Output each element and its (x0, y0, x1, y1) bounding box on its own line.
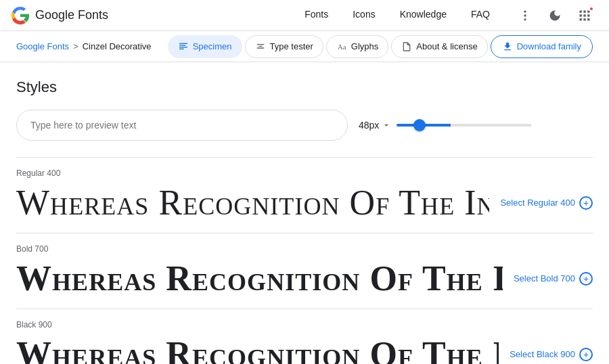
dark-mode-button[interactable] (541, 2, 568, 29)
breadcrumb-current: Cinzel Decorative (83, 41, 152, 51)
tab-about[interactable]: About & license (391, 35, 487, 58)
preview-controls: 48px (16, 110, 593, 141)
svg-rect-11 (587, 18, 589, 20)
nav-faq[interactable]: FAQ (460, 0, 501, 31)
select-bold-button[interactable]: Select Bold 700 + (514, 272, 593, 286)
size-display[interactable]: 48px (359, 120, 391, 131)
styles-container: Regular 400 Whereas Recognition Of The I… (16, 157, 593, 364)
chevron-down-icon (382, 120, 391, 130)
style-preview-regular: Whereas Recognition Of The Inhere Select… (16, 183, 593, 222)
glyphs-icon: Aa (336, 41, 347, 52)
specimen-icon (178, 41, 189, 52)
style-text-regular: Whereas Recognition Of The Inhere (16, 183, 489, 222)
style-text-black: Whereas Recognition Of The Inh (16, 335, 499, 364)
svg-rect-15 (179, 48, 184, 49)
svg-rect-7 (583, 14, 585, 16)
tab-specimen[interactable]: Specimen (168, 35, 242, 58)
download-family-button[interactable]: Download family (491, 35, 593, 58)
svg-point-0 (524, 10, 526, 12)
svg-rect-12 (179, 43, 187, 43)
apps-button[interactable] (571, 2, 598, 29)
svg-text:Aa: Aa (338, 43, 346, 51)
page-title: Styles (16, 78, 593, 96)
apps-wrapper (571, 2, 598, 29)
svg-rect-14 (179, 47, 187, 47)
select-regular-circle: + (579, 196, 593, 210)
preview-text-input[interactable] (16, 110, 348, 141)
download-icon (502, 41, 513, 52)
svg-rect-10 (583, 18, 585, 20)
notification-dot (589, 6, 594, 12)
style-label-regular: Regular 400 (16, 168, 593, 178)
breadcrumb-separator: > (73, 41, 78, 51)
style-row-bold: Bold 700 Whereas Recognition Of The Inhe… (16, 233, 593, 309)
logo-area: Google Fonts (11, 6, 108, 25)
svg-rect-4 (583, 10, 585, 12)
style-label-bold: Bold 700 (16, 244, 593, 254)
tab-type-tester[interactable]: Type tester (245, 35, 323, 58)
type-tester-icon (255, 41, 266, 52)
style-row-regular: Regular 400 Whereas Recognition Of The I… (16, 157, 593, 233)
font-size-slider[interactable] (397, 124, 532, 127)
more-options-button[interactable] (512, 2, 539, 29)
about-icon (401, 41, 412, 52)
style-text-bold: Whereas Recognition Of The Inher (16, 259, 503, 298)
breadcrumb-parent[interactable]: Google Fonts (16, 41, 69, 51)
breadcrumb-bar: Google Fonts > Cinzel Decorative Specime… (0, 31, 609, 62)
size-control: 48px (359, 120, 532, 131)
svg-rect-9 (580, 18, 582, 20)
nav-links: Fonts Icons Knowledge FAQ (294, 0, 501, 31)
style-preview-black: Whereas Recognition Of The Inh Select Bl… (16, 335, 593, 364)
nav-icons-group (512, 2, 598, 29)
top-nav: Google Fonts Fonts Icons Knowledge FAQ (0, 0, 609, 31)
main-content: Styles 48px Regular 400 Whereas Recognit… (0, 62, 609, 364)
svg-rect-8 (587, 14, 589, 16)
logo-text: Google Fonts (35, 8, 108, 22)
svg-rect-6 (580, 14, 582, 16)
select-black-button[interactable]: Select Black 900 + (510, 348, 593, 361)
google-logo-icon (11, 6, 30, 25)
svg-point-2 (524, 18, 526, 20)
tab-glyphs[interactable]: Aa Glyphs (326, 35, 388, 58)
svg-point-1 (524, 14, 526, 16)
nav-icons[interactable]: Icons (342, 0, 386, 31)
breadcrumb-tabs: Specimen Type tester Aa Glyphs About & l… (168, 35, 593, 58)
style-preview-bold: Whereas Recognition Of The Inher Select … (16, 259, 593, 298)
svg-rect-13 (179, 45, 185, 45)
select-bold-circle: + (579, 272, 593, 286)
style-row-black: Black 900 Whereas Recognition Of The Inh… (16, 309, 593, 364)
nav-fonts[interactable]: Fonts (294, 0, 339, 31)
size-value: 48px (359, 120, 379, 131)
nav-knowledge[interactable]: Knowledge (389, 0, 457, 31)
svg-rect-3 (580, 10, 582, 12)
select-regular-button[interactable]: Select Regular 400 + (500, 196, 593, 210)
style-label-black: Black 900 (16, 320, 593, 329)
select-black-circle: + (579, 348, 593, 361)
